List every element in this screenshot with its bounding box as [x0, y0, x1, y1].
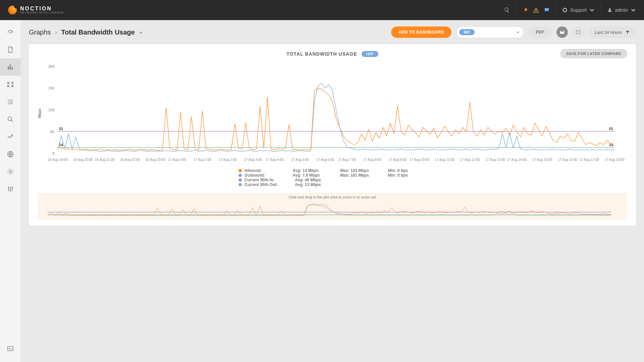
overview-hint: Click and drag in the plot area to zoom …: [41, 195, 624, 199]
svg-text:17 Aug 1:00: 17 Aug 1:00: [193, 158, 211, 162]
svg-text:51: 51: [59, 127, 63, 131]
breadcrumb-sep: ›: [55, 28, 57, 36]
top-navbar: NOCTION NETWORK INTELLIGENCE Support adm…: [0, 0, 644, 20]
svg-text:17 Aug 10:00: 17 Aug 10:00: [409, 158, 429, 162]
svg-text:17 Aug 13:00: 17 Aug 13:00: [485, 158, 505, 162]
svg-text:16 Aug 19:00: 16 Aug 19:00: [48, 158, 68, 162]
sidebar-item-reports[interactable]: [0, 41, 21, 58]
svg-text:16 Aug 20:00: 16 Aug 20:00: [73, 158, 93, 162]
source-chip: IRP: [459, 29, 475, 35]
svg-text:17 Aug 5:00: 17 Aug 5:00: [291, 158, 309, 162]
brand: NOCTION NETWORK INTELLIGENCE: [8, 6, 64, 14]
svg-point-6: [8, 187, 9, 189]
svg-text:17 Aug 12:00: 17 Aug 12:00: [460, 158, 480, 162]
chat-icon[interactable]: [544, 7, 550, 13]
brand-name: NOCTION: [20, 6, 64, 11]
sidebar-item-trend[interactable]: [0, 128, 21, 145]
svg-rect-1: [536, 10, 536, 11]
svg-text:17 Aug 6:00: 17 Aug 6:00: [316, 158, 334, 162]
lifebuoy-icon: [562, 7, 568, 13]
chart-card: TOTAL BANDWIDTH USAGE IRP SAVE FOR LATER…: [29, 44, 636, 226]
svg-text:0: 0: [52, 152, 54, 156]
svg-text:17 Aug 17:00: 17 Aug 17:00: [579, 158, 599, 162]
svg-text:17 Aug 0:00: 17 Aug 0:00: [168, 158, 186, 162]
filter-icon: [625, 30, 630, 35]
sidebar-item-compress[interactable]: [0, 76, 21, 93]
svg-text:17 Aug 2:00: 17 Aug 2:00: [219, 158, 237, 162]
svg-point-7: [10, 189, 11, 191]
brand-logo-icon: [8, 6, 17, 14]
svg-text:17 Aug 14:00: 17 Aug 14:00: [507, 158, 527, 162]
svg-text:17 Aug 4:00: 17 Aug 4:00: [266, 158, 284, 162]
breadcrumb-page: Total Bandwidth Usage: [61, 28, 135, 36]
legend-row-inbound: Inbound: Avg: 14 Mbps Max: 143 Mbps Min:…: [238, 168, 426, 173]
support-label: Support: [570, 7, 587, 13]
breadcrumb: Graphs › Total Bandwidth Usage: [29, 28, 143, 36]
legend-row-p95out: Current 95th Out: Avg: 13 Mbps: [238, 182, 426, 187]
svg-text:51: 51: [609, 127, 613, 131]
svg-text:100: 100: [48, 108, 54, 112]
pdf-button[interactable]: PDF: [529, 26, 552, 38]
svg-text:16 Aug 22:00: 16 Aug 22:00: [120, 158, 140, 162]
sidebar-item-graphs[interactable]: [0, 58, 21, 76]
svg-text:17 Aug 18:00: 17 Aug 18:00: [605, 158, 625, 162]
user-menu[interactable]: admin: [607, 7, 636, 13]
chevron-down-icon: [589, 7, 595, 13]
time-range-label: Last 24 Hours: [595, 30, 622, 35]
sidebar-item-search[interactable]: [0, 111, 21, 128]
overview-panel[interactable]: Click and drag in the plot area to zoom …: [38, 193, 627, 220]
svg-text:17 Aug 15:00: 17 Aug 15:00: [532, 158, 552, 162]
header-actions: ADD TO DASHBOARD IRP PDF Last 24 Hours: [391, 26, 636, 38]
svg-text:150: 150: [48, 86, 54, 90]
fullscreen-button[interactable]: [573, 26, 584, 38]
source-selector[interactable]: IRP: [456, 26, 524, 38]
svg-text:17 Aug 16:00: 17 Aug 16:00: [557, 158, 577, 162]
svg-point-0: [536, 11, 536, 12]
email-button[interactable]: [556, 26, 568, 38]
main-content: Graphs › Total Bandwidth Usage ADD TO DA…: [21, 20, 644, 362]
svg-text:200: 200: [48, 64, 54, 68]
svg-text:17 Aug 8:00: 17 Aug 8:00: [363, 158, 381, 162]
sidebar-item-sliders[interactable]: [0, 180, 21, 198]
svg-point-2: [10, 32, 11, 33]
page-header: Graphs › Total Bandwidth Usage ADD TO DA…: [29, 20, 636, 44]
user-icon: [607, 7, 612, 13]
svg-text:17 Aug 9:00: 17 Aug 9:00: [389, 158, 407, 162]
sidebar-item-console[interactable]: [0, 340, 21, 357]
svg-point-3: [8, 117, 12, 121]
svg-text:17 Aug 3:00: 17 Aug 3:00: [244, 158, 262, 162]
time-range-filter[interactable]: Last 24 Hours: [589, 26, 636, 38]
add-to-dashboard-button[interactable]: ADD TO DASHBOARD: [391, 26, 451, 38]
legend-row-p95in: Current 95th In: Avg: 49 Mbps: [238, 178, 426, 182]
alert-triangle-icon[interactable]: [533, 7, 539, 13]
svg-text:17 Aug 11:00: 17 Aug 11:00: [435, 158, 454, 162]
chevron-down-icon: [631, 7, 636, 13]
svg-rect-9: [8, 347, 13, 351]
flame-icon[interactable]: [522, 7, 528, 13]
legend-row-outbound: Outbound: Avg: 7.6 Mbps Max: 161 Mbps Mi…: [238, 173, 426, 178]
support-menu[interactable]: Support: [562, 7, 595, 13]
chart-title: TOTAL BANDWIDTH USAGE: [286, 51, 357, 57]
svg-point-8: [12, 187, 13, 188]
search-icon[interactable]: [504, 7, 510, 13]
svg-text:16 Aug 23:00: 16 Aug 23:00: [146, 158, 165, 162]
svg-text:50: 50: [50, 130, 54, 134]
sidebar-item-globe[interactable]: [0, 145, 21, 163]
breadcrumb-root[interactable]: Graphs: [29, 28, 51, 36]
user-label: admin: [615, 7, 628, 13]
breadcrumb-dropdown[interactable]: [139, 28, 143, 36]
sidebar-item-dashboard[interactable]: [0, 23, 21, 41]
chart-legend: Inbound: Avg: 14 Mbps Max: 143 Mbps Min:…: [238, 168, 426, 187]
sidebar-item-settings[interactable]: [0, 163, 21, 180]
save-for-compare-button[interactable]: SAVE FOR LATER COMPARE: [560, 49, 627, 58]
y-axis-label: Mbps: [38, 109, 42, 118]
left-sidebar: [0, 20, 21, 362]
svg-text:14: 14: [59, 143, 63, 147]
svg-text:16 Aug 21:00: 16 Aug 21:00: [95, 158, 115, 162]
svg-point-5: [9, 171, 11, 173]
svg-text:17 Aug 7:00: 17 Aug 7:00: [338, 158, 356, 162]
chart-badge: IRP: [362, 51, 378, 57]
main-chart[interactable]: Mbps 05010015020016 Aug 19:0016 Aug 20:0…: [38, 63, 627, 164]
sidebar-item-checklist[interactable]: [0, 93, 21, 111]
brand-tagline: NETWORK INTELLIGENCE: [20, 11, 64, 14]
